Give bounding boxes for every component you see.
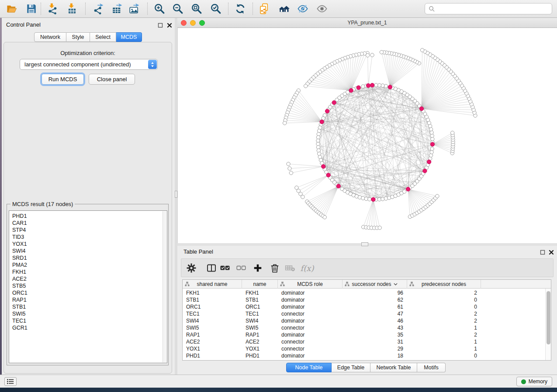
mcds-result-item[interactable]: YOX1	[9, 241, 167, 248]
zoom-in-button[interactable]	[152, 2, 167, 15]
zoom-out-button[interactable]	[170, 2, 185, 15]
zoom-selected-button[interactable]	[208, 2, 223, 15]
select-all-button[interactable]	[218, 261, 232, 275]
table-row[interactable]: TEC1TEC1connector472	[183, 310, 551, 317]
shared-column-icon	[409, 282, 414, 286]
table-cell: 2	[407, 331, 481, 338]
chevron-down-icon[interactable]	[394, 283, 398, 285]
delete-table-button[interactable]	[284, 261, 297, 275]
save-session-button[interactable]	[24, 2, 39, 15]
table-row[interactable]: SWI4SWI4dominator462	[183, 317, 551, 324]
scrollbar-thumb[interactable]	[547, 291, 550, 344]
deselect-all-button[interactable]	[235, 261, 248, 275]
shared-column-icon	[280, 282, 285, 286]
first-neighbors-button[interactable]	[277, 2, 291, 15]
show-all-button[interactable]	[315, 2, 329, 15]
column-label: name	[253, 281, 266, 287]
tab-node-table[interactable]: Node Table	[286, 363, 332, 372]
column-header-predecessor-nodes[interactable]: predecessor nodes	[407, 280, 481, 289]
mcds-result-item[interactable]: TID3	[9, 234, 167, 241]
table-row[interactable]: RAP1RAP1dominator352	[183, 331, 551, 338]
tab-network-table[interactable]: Network Table	[370, 363, 417, 372]
table-settings-button[interactable]	[185, 261, 198, 275]
mcds-result-item[interactable]: TEC1	[9, 317, 167, 324]
export-image-button[interactable]	[127, 2, 142, 15]
mcds-result-item[interactable]: SWI5	[9, 310, 167, 317]
float-panel-icon[interactable]	[157, 22, 163, 28]
tab-mcds[interactable]: MCDS	[116, 32, 142, 42]
hide-selected-button[interactable]	[295, 2, 310, 15]
table-row[interactable]: ORC1ORC1dominator610	[183, 303, 551, 310]
search-input[interactable]	[435, 4, 552, 13]
column-layout-button[interactable]	[205, 261, 218, 275]
criterion-select[interactable]: largest connected component (undirected)	[20, 59, 158, 70]
import-table-button[interactable]	[65, 2, 80, 15]
table-row[interactable]: PHD1PHD1dominator180	[183, 352, 551, 359]
column-header-mcds-role[interactable]: MCDS role	[278, 280, 343, 289]
mcds-result-item[interactable]: STP4	[9, 227, 167, 234]
tab-style[interactable]: Style	[66, 32, 90, 42]
column-label: shared name	[197, 281, 227, 287]
result-list-scrollbar[interactable]	[163, 211, 166, 362]
table-cell: 18	[343, 352, 407, 359]
mcds-result-item[interactable]: PMA2	[9, 261, 167, 268]
table-row[interactable]: FKH1FKH1dominator962	[183, 289, 551, 296]
column-label: MCDS role	[297, 281, 323, 287]
mcds-result-item[interactable]: FKH1	[9, 268, 167, 275]
add-row-button[interactable]	[251, 261, 264, 275]
float-panel-icon[interactable]	[540, 249, 546, 255]
mcds-result-list[interactable]: PHD1 CAR1 STP4 TID3 YOX1 SWI4 SRD1 PMA2 …	[9, 210, 167, 363]
import-network-button[interactable]	[45, 2, 60, 15]
table-cell: ORC1	[183, 303, 242, 310]
gear-icon	[186, 263, 197, 273]
table-cell: YOX1	[242, 345, 278, 352]
open-file-button[interactable]	[4, 2, 19, 15]
mcds-result-item[interactable]: PHD1	[9, 213, 167, 220]
close-panel-icon[interactable]	[166, 22, 173, 28]
task-history-button[interactable]	[4, 377, 17, 386]
table-scrollbar[interactable]	[545, 289, 551, 360]
zoom-fit-button[interactable]	[189, 2, 204, 15]
search-field[interactable]	[425, 3, 552, 14]
table-row[interactable]: YOX1YOX1connector291	[183, 345, 551, 352]
mcds-result-item[interactable]: STB5	[9, 282, 167, 289]
table-cell: ORC1	[242, 303, 278, 310]
mcds-result-item[interactable]: RAP1	[9, 296, 167, 303]
export-network-button[interactable]	[91, 2, 106, 15]
network-canvas[interactable]	[177, 28, 557, 243]
formula-button[interactable]: f(x)	[301, 261, 314, 275]
mcds-result-item[interactable]: STB1	[9, 303, 167, 310]
column-header-shared-name[interactable]: shared name	[183, 280, 242, 289]
close-panel-icon[interactable]	[548, 249, 554, 255]
main-toolbar	[0, 0, 557, 18]
delete-rows-button[interactable]	[268, 261, 281, 275]
column-header-name[interactable]: name	[242, 280, 278, 289]
mcds-result-item[interactable]: SRD1	[9, 254, 167, 261]
column-header-successor-nodes[interactable]: successor nodes	[343, 280, 407, 289]
tab-edge-table[interactable]: Edge Table	[332, 363, 370, 372]
export-table-button[interactable]	[110, 2, 125, 15]
mcds-result-item[interactable]: CAR1	[9, 220, 167, 227]
table-cell: SWI5	[242, 324, 278, 331]
table-row[interactable]: ACE2ACE2connector311	[183, 338, 551, 345]
table-row[interactable]: STB1STB1dominator620	[183, 296, 551, 303]
run-mcds-button[interactable]: Run MCDS	[42, 74, 84, 85]
criterion-selected-value: largest connected component (undirected)	[24, 61, 131, 68]
tab-select[interactable]: Select	[90, 32, 116, 42]
close-panel-button[interactable]: Close panel	[89, 74, 135, 85]
mcds-result-item[interactable]: ORC1	[9, 289, 167, 296]
tab-motifs[interactable]: Motifs	[417, 363, 446, 372]
mcds-result-item[interactable]: GCR1	[9, 324, 167, 331]
status-bar: Memory	[0, 375, 557, 388]
network-graph[interactable]	[178, 28, 557, 243]
tab-network[interactable]: Network	[34, 32, 66, 42]
table-row[interactable]: SWI5SWI5connector431	[183, 324, 551, 331]
memory-button[interactable]: Memory	[516, 377, 552, 386]
refresh-button[interactable]	[233, 2, 248, 15]
mcds-result-item[interactable]: ACE2	[9, 275, 167, 282]
unchecked-boxes-icon	[236, 263, 246, 273]
mcds-result-item[interactable]: SWI4	[9, 248, 167, 254]
share-session-button[interactable]	[257, 2, 272, 15]
table-cell: 1	[407, 338, 481, 345]
network-window-titlebar[interactable]: YPA_prune.txt_1	[177, 18, 557, 28]
